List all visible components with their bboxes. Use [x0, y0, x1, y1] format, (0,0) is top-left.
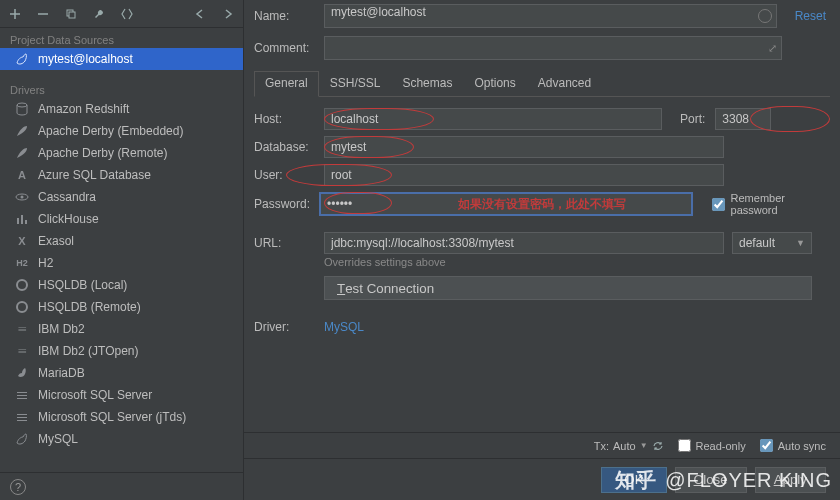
driver-label: IBM Db2: [38, 322, 85, 336]
clear-name-icon[interactable]: [758, 9, 772, 23]
remove-icon[interactable]: [32, 3, 54, 25]
project-data-sources-title: Project Data Sources: [0, 28, 243, 48]
driver-label: ClickHouse: [38, 212, 99, 226]
svg-point-9: [17, 302, 27, 312]
driver-item[interactable]: Cassandra: [0, 186, 243, 208]
apply-button[interactable]: Apply: [755, 467, 826, 493]
remember-password-checkbox[interactable]: Remember password: [712, 192, 826, 216]
driver-item[interactable]: ClickHouse: [0, 208, 243, 230]
dialog-buttons: OK Close Apply: [244, 458, 840, 500]
name-label: Name:: [254, 9, 316, 23]
name-row: Name: mytest@localhost Reset: [244, 0, 840, 32]
user-input[interactable]: [324, 164, 724, 186]
comment-field[interactable]: ⤢: [324, 36, 782, 60]
expand-comment-icon[interactable]: ⤢: [768, 42, 777, 55]
host-input[interactable]: [324, 108, 662, 130]
driver-item[interactable]: ≡≡IBM Db2 (JTOpen): [0, 340, 243, 362]
ring-icon: [14, 277, 30, 293]
tab-bar: GeneralSSH/SSLSchemasOptionsAdvanced: [254, 70, 830, 97]
password-label: Password:: [254, 197, 310, 211]
datasource-label: mytest@localhost: [38, 52, 133, 66]
driver-label: Amazon Redshift: [38, 102, 129, 116]
tx-mode[interactable]: Auto: [613, 440, 636, 452]
wrench-icon[interactable]: [88, 3, 110, 25]
password-row: Password: Remember password: [244, 189, 840, 219]
ring-icon: [14, 299, 30, 315]
url-label: URL:: [254, 232, 314, 250]
datasource-mysql-icon: [14, 51, 30, 67]
url-mode-select[interactable]: default ▼: [732, 232, 812, 254]
read-only-checkbox[interactable]: Read-only: [678, 439, 746, 452]
X-icon: X: [14, 233, 30, 249]
driver-link[interactable]: MySQL: [324, 320, 364, 334]
name-field[interactable]: mytest@localhost: [324, 4, 777, 28]
driver-item[interactable]: HSQLDB (Local): [0, 274, 243, 296]
database-input[interactable]: [324, 136, 724, 158]
driver-item[interactable]: MySQL: [0, 428, 243, 450]
test-connection-button[interactable]: Test Connection: [324, 276, 812, 300]
tab-advanced[interactable]: Advanced: [527, 71, 602, 97]
copy-icon[interactable]: [60, 3, 82, 25]
svg-rect-6: [21, 215, 23, 224]
driver-item[interactable]: Apache Derby (Remote): [0, 142, 243, 164]
driver-item[interactable]: AAzure SQL Database: [0, 164, 243, 186]
password-input[interactable]: [320, 193, 692, 215]
driver-item[interactable]: Apache Derby (Embedded): [0, 120, 243, 142]
port-label: Port:: [680, 112, 705, 126]
ms-icon: [14, 409, 30, 425]
driver-item[interactable]: Microsoft SQL Server (jTds): [0, 406, 243, 428]
driver-item[interactable]: Microsoft SQL Server: [0, 384, 243, 406]
driver-row: Driver: MySQL: [244, 317, 840, 337]
database-row: Database:: [244, 133, 840, 161]
driver-item[interactable]: H2H2: [0, 252, 243, 274]
datasource-item[interactable]: mytest@localhost: [0, 48, 243, 70]
svg-rect-5: [17, 218, 19, 224]
override-note: Overrides settings above: [324, 256, 812, 268]
driver-label: HSQLDB (Local): [38, 278, 127, 292]
host-label: Host:: [254, 112, 314, 126]
reset-link[interactable]: Reset: [785, 9, 826, 23]
driver-item[interactable]: Amazon Redshift: [0, 98, 243, 120]
database-label: Database:: [254, 140, 314, 154]
ibm-icon: ≡≡: [14, 343, 30, 359]
driver-label: Exasol: [38, 234, 74, 248]
driver-item[interactable]: ≡≡IBM Db2: [0, 318, 243, 340]
make-global-icon[interactable]: [116, 3, 138, 25]
driver-label: H2: [38, 256, 53, 270]
refresh-icon[interactable]: [652, 440, 664, 452]
seal-icon: [14, 365, 30, 381]
driver-label: Apache Derby (Embedded): [38, 124, 183, 138]
back-icon[interactable]: [189, 3, 211, 25]
tab-schemas[interactable]: Schemas: [391, 71, 463, 97]
eye-icon: [14, 189, 30, 205]
driver-item[interactable]: HSQLDB (Remote): [0, 296, 243, 318]
tab-options[interactable]: Options: [463, 71, 526, 97]
tx-dropdown-icon[interactable]: ▼: [640, 441, 648, 450]
name-value: mytest@localhost: [331, 5, 426, 19]
svg-rect-1: [69, 12, 75, 18]
auto-sync-checkbox[interactable]: Auto sync: [760, 439, 826, 452]
driver-label: Apache Derby (Remote): [38, 146, 167, 160]
ok-button[interactable]: OK: [601, 467, 666, 493]
port-input[interactable]: [715, 108, 771, 130]
remember-password-label: Remember password: [731, 192, 826, 216]
chevron-down-icon: ▼: [796, 238, 805, 248]
url-input[interactable]: [324, 232, 724, 254]
driver-label: MySQL: [38, 432, 78, 446]
tab-ssh-ssl[interactable]: SSH/SSL: [319, 71, 392, 97]
svg-point-8: [17, 280, 27, 290]
driver-item[interactable]: MariaDB: [0, 362, 243, 384]
auto-sync-label: Auto sync: [778, 440, 826, 452]
H2-icon: H2: [14, 255, 30, 271]
url-mode-value: default: [739, 236, 775, 250]
user-label: User:: [254, 168, 314, 182]
help-icon[interactable]: ?: [10, 479, 26, 495]
add-icon[interactable]: [4, 3, 26, 25]
forward-icon[interactable]: [217, 3, 239, 25]
svg-point-2: [17, 103, 27, 107]
user-row: User:: [244, 161, 840, 189]
close-button[interactable]: Close: [675, 467, 747, 493]
tab-general[interactable]: General: [254, 71, 319, 97]
driver-item[interactable]: XExasol: [0, 230, 243, 252]
ibm-icon: ≡≡: [14, 321, 30, 337]
